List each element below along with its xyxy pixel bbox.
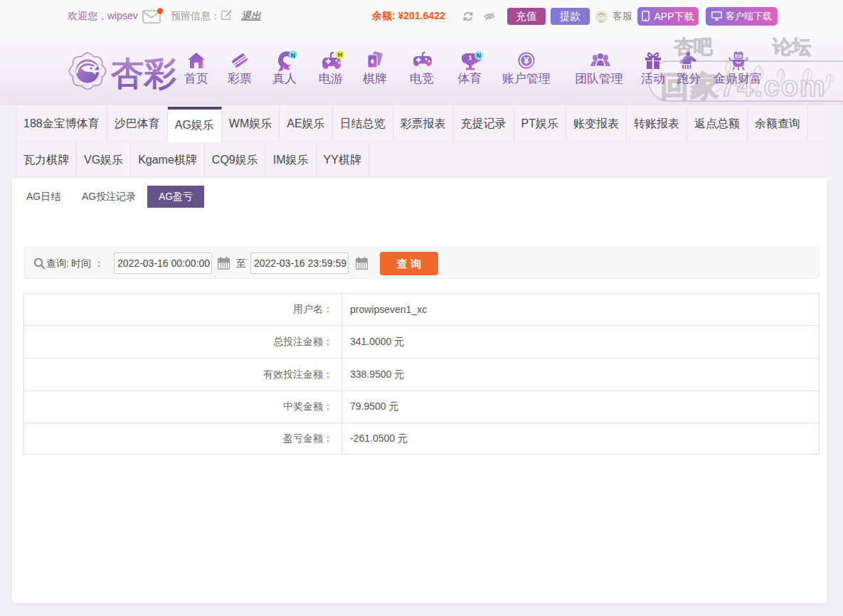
svg-text:¥: ¥ [524, 55, 529, 66]
svg-text:N: N [291, 52, 296, 59]
svg-text:1: 1 [468, 54, 472, 61]
svg-text:H: H [338, 51, 343, 58]
svg-text:N: N [477, 52, 482, 59]
svg-text:杏彩: 杏彩 [110, 55, 176, 92]
